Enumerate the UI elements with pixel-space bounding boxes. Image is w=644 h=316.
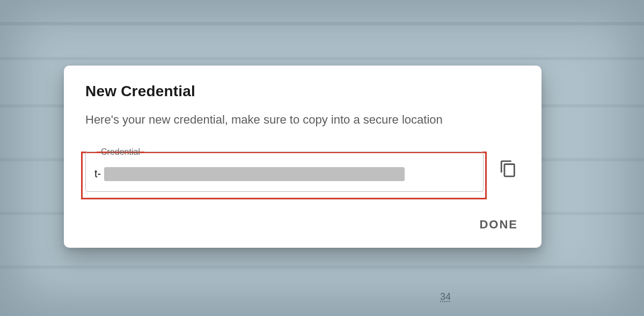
credential-prefix: t- xyxy=(94,168,101,180)
credential-redacted xyxy=(104,167,405,181)
credential-row: Credential t- xyxy=(85,147,520,192)
done-button[interactable]: DONE xyxy=(477,214,520,235)
credential-field[interactable]: Credential t- xyxy=(85,147,484,192)
dialog-description: Here's your new credential, make sure to… xyxy=(85,112,520,128)
credential-value[interactable]: t- xyxy=(94,167,474,182)
copy-icon xyxy=(499,160,517,179)
background-number: 34 xyxy=(440,291,451,303)
credential-field-label: Credential xyxy=(97,147,144,157)
dialog-actions: DONE xyxy=(85,214,520,235)
dialog-title: New Credential xyxy=(85,83,520,100)
copy-button[interactable] xyxy=(496,157,520,181)
new-credential-dialog: New Credential Here's your new credentia… xyxy=(64,66,541,248)
credential-field-wrap: Credential t- xyxy=(85,147,484,192)
